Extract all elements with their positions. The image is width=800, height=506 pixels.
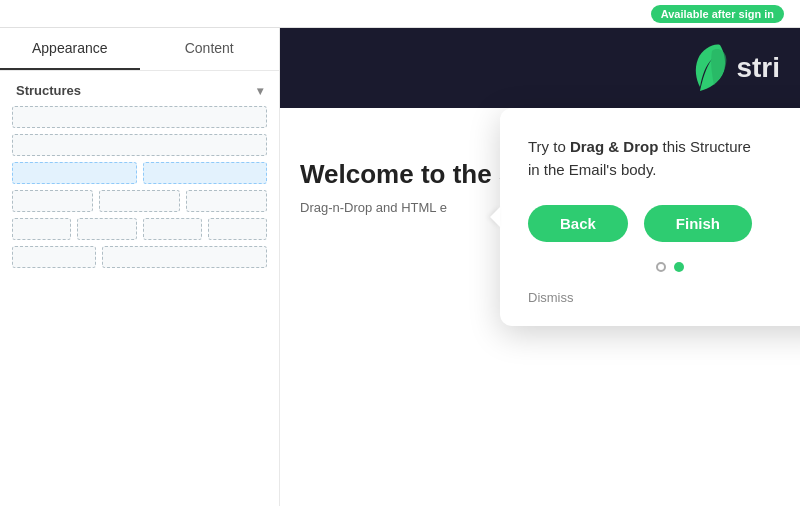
- dismiss-button[interactable]: Dismiss: [528, 290, 574, 305]
- right-panel: stri Price Welcome to the S Drag-n-Drop …: [280, 28, 800, 506]
- panel-tabs: Appearance Content: [0, 28, 279, 71]
- tab-appearance[interactable]: Appearance: [0, 28, 140, 70]
- popover: Try to Drag & Drop this Structurein the …: [500, 108, 800, 326]
- structure-block: [12, 246, 96, 268]
- logo-leaf-icon: [692, 43, 728, 93]
- structure-block: [12, 162, 137, 184]
- top-bar: Available after sign in: [0, 0, 800, 28]
- popover-text: Try to Drag & Drop this Structurein the …: [528, 136, 800, 181]
- dot-1: [656, 262, 666, 272]
- structure-block: [12, 106, 267, 128]
- structure-block: [12, 190, 93, 212]
- finish-button[interactable]: Finish: [644, 205, 752, 242]
- available-badge: Available after sign in: [651, 5, 784, 23]
- tab-content[interactable]: Content: [140, 28, 280, 70]
- structure-row[interactable]: [12, 246, 267, 268]
- left-panel: Appearance Content Structures ▾: [0, 28, 280, 506]
- popover-text-part1: Try to: [528, 138, 570, 155]
- back-button[interactable]: Back: [528, 205, 628, 242]
- structure-row[interactable]: [12, 190, 267, 212]
- structure-block: [12, 218, 71, 240]
- main-layout: Appearance Content Structures ▾: [0, 28, 800, 506]
- structure-block: [208, 218, 267, 240]
- structures-section-header: Structures ▾: [0, 71, 279, 106]
- popover-buttons: Back Finish: [528, 205, 800, 242]
- structure-block: [77, 218, 136, 240]
- logo-text: stri: [736, 52, 780, 84]
- structure-row[interactable]: [12, 134, 267, 156]
- structure-block: [99, 190, 180, 212]
- structure-row[interactable]: [12, 106, 267, 128]
- chevron-down-icon: ▾: [257, 84, 263, 98]
- structures-label: Structures: [16, 83, 81, 98]
- popover-drag-drop-text: Drag & Drop: [570, 138, 658, 155]
- structure-block: [12, 134, 267, 156]
- popover-dots: [528, 262, 800, 272]
- structure-row-selected[interactable]: [12, 162, 267, 184]
- structure-block: [186, 190, 267, 212]
- structures-list: [0, 106, 279, 268]
- dot-2: [674, 262, 684, 272]
- structure-block: [143, 218, 202, 240]
- structure-block: [143, 162, 268, 184]
- structure-block: [102, 246, 267, 268]
- email-header: stri: [280, 28, 800, 108]
- structure-row[interactable]: [12, 218, 267, 240]
